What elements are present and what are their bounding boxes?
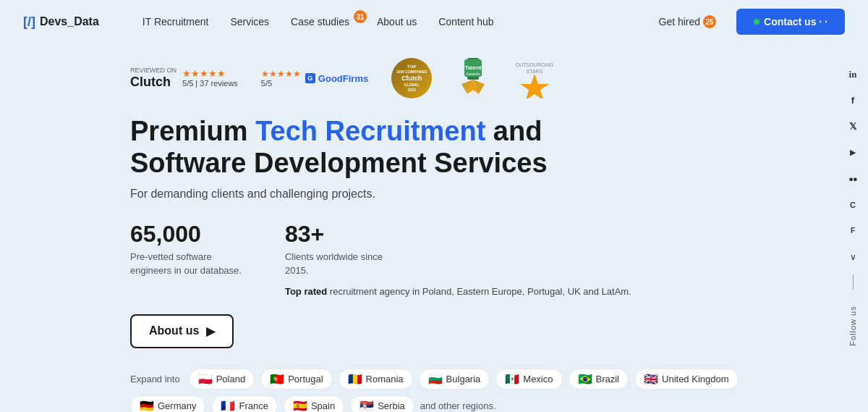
- main-content: REVIEWED ON Clutch ★★★★★ 5/5 | 37 review…: [0, 43, 868, 412]
- case-studies-badge: 31: [354, 10, 367, 23]
- subheadline: For demanding clients and challenging pr…: [130, 188, 810, 201]
- nav-links: IT Recruitment Services Case studies 31 …: [134, 12, 650, 32]
- clutch-score: 5/5 | 37 reviews: [182, 79, 238, 88]
- logo-text: Devs_Data: [40, 15, 99, 28]
- outsourcing-stars-badge: OUTSOURCING STARS: [514, 58, 555, 98]
- logo[interactable]: [/] Devs_Data: [23, 14, 99, 30]
- about-button[interactable]: About us ▶: [130, 314, 234, 348]
- goodfirms-section: ★★★★★ 5/5 G GoodFirms: [261, 69, 368, 88]
- social-divider: [853, 275, 854, 290]
- clutch-stars: ★★★★★: [182, 68, 238, 79]
- main-headline: Premium Tech Recruitment and Software De…: [130, 116, 810, 179]
- bulgaria-flag-icon: 🇧🇬: [428, 372, 443, 386]
- nav-item-case-studies[interactable]: Case studies 31: [282, 12, 364, 32]
- region-poland[interactable]: 🇵🇱 Poland: [189, 369, 255, 390]
- region-mexico[interactable]: 🇲🇽 Mexico: [495, 369, 562, 390]
- clutch-section: REVIEWED ON Clutch ★★★★★ 5/5 | 37 review…: [130, 67, 238, 90]
- expand-label: Expand into: [130, 374, 180, 384]
- svg-text:Talent: Talent: [465, 64, 482, 71]
- nav-right: Get hired 25 Contact us · ·: [650, 9, 846, 35]
- svg-marker-9: [520, 74, 549, 98]
- portugal-flag-icon: 🇵🇹: [270, 372, 284, 386]
- contact-button[interactable]: Contact us · ·: [736, 9, 845, 35]
- brazil-flag-icon: 🇧🇷: [578, 372, 592, 386]
- gf-icon: G: [305, 73, 315, 83]
- follow-us-label: Follow us: [848, 306, 857, 345]
- social-sidebar: in f 𝕏 ▶ ●● C F ∨ Follow us: [838, 55, 868, 357]
- goodfirms-logo: G GoodFirms: [305, 73, 368, 84]
- stat-engineers: 65,000 Pre-vetted software engineers in …: [130, 221, 242, 296]
- other-social-icon[interactable]: ∨: [845, 249, 861, 265]
- clutch-badge: TOP 1000 COMPANIES Clutch GLOBAL 2023: [391, 58, 432, 98]
- get-hired-link[interactable]: Get hired 25: [650, 11, 726, 33]
- region-romania[interactable]: 🇷🇴 Romania: [339, 369, 413, 390]
- region-bulgaria[interactable]: 🇧🇬 Bulgaria: [419, 369, 490, 390]
- region-germany[interactable]: 🇩🇪 Germany: [130, 395, 205, 412]
- mexico-flag-icon: 🇲🇽: [505, 372, 519, 386]
- clutch-social-icon[interactable]: C: [845, 197, 861, 213]
- twitter-x-icon[interactable]: 𝕏: [845, 119, 861, 135]
- nav-item-services[interactable]: Services: [221, 12, 278, 32]
- reviewed-on-label: REVIEWED ON Clutch: [130, 67, 176, 90]
- left-column: REVIEWED ON Clutch ★★★★★ 5/5 | 37 review…: [130, 58, 810, 412]
- about-arrow-icon: ▶: [206, 324, 215, 338]
- linkedin-icon[interactable]: in: [845, 67, 861, 83]
- region-uk[interactable]: 🇬🇧 United Kingdom: [634, 369, 739, 390]
- nav-item-content-hub[interactable]: Content hub: [430, 12, 502, 32]
- svg-text:OUTSOURCING: OUTSOURCING: [516, 62, 554, 67]
- serbia-flag-icon: 🇷🇸: [359, 399, 374, 412]
- gf-score: 5/5: [261, 79, 301, 88]
- headline-blue-text: Tech Recruitment: [255, 116, 485, 146]
- region-spain[interactable]: 🇪🇸 Spain: [284, 395, 344, 412]
- nav-item-about[interactable]: About us: [368, 12, 425, 32]
- stat-engineers-desc: Pre-vetted software engineers in our dat…: [130, 251, 242, 277]
- online-indicator: [754, 19, 760, 25]
- goodfirms-social-icon[interactable]: F: [845, 223, 861, 239]
- stats-section: 65,000 Pre-vetted software engineers in …: [130, 221, 810, 296]
- reviews-bar: REVIEWED ON Clutch ★★★★★ 5/5 | 37 review…: [130, 58, 810, 98]
- region-brazil[interactable]: 🇧🇷 Brazil: [569, 369, 629, 390]
- spain-flag-icon: 🇪🇸: [293, 399, 307, 412]
- romania-flag-icon: 🇷🇴: [348, 372, 362, 386]
- stat-clients: 83+ Clients worldwide since 2015. Top ra…: [285, 221, 631, 296]
- svg-text:Awards: Awards: [466, 72, 480, 76]
- talent-awards-badge: Talent Awards: [455, 58, 491, 98]
- get-hired-badge: 25: [703, 15, 716, 28]
- france-flag-icon: 🇫🇷: [221, 399, 235, 412]
- facebook-icon[interactable]: f: [845, 93, 861, 109]
- uk-flag-icon: 🇬🇧: [644, 372, 658, 386]
- germany-flag-icon: 🇩🇪: [140, 399, 154, 412]
- region-france[interactable]: 🇫🇷 France: [211, 395, 277, 412]
- navbar: [/] Devs_Data IT Recruitment Services Ca…: [0, 0, 868, 43]
- stat-clients-number: 83+: [285, 221, 631, 248]
- youtube-icon[interactable]: ▶: [845, 145, 861, 161]
- poland-flag-icon: 🇵🇱: [198, 372, 213, 386]
- svg-text:STARS: STARS: [527, 69, 543, 74]
- region-portugal[interactable]: 🇵🇹 Portugal: [260, 369, 332, 390]
- stat-engineers-number: 65,000: [130, 221, 242, 248]
- other-regions-text: and other regions.: [420, 400, 496, 411]
- top-rated-text: Top rated recruitment agency in Poland, …: [285, 286, 631, 297]
- medium-icon[interactable]: ●●: [845, 171, 861, 187]
- logo-icon: [/]: [23, 14, 35, 30]
- regions-section: Expand into 🇵🇱 Poland 🇵🇹 Portugal 🇷🇴 Rom…: [130, 369, 810, 412]
- nav-item-it-recruitment[interactable]: IT Recruitment: [134, 12, 218, 32]
- region-serbia[interactable]: 🇷🇸 Serbia: [350, 395, 414, 412]
- stat-clients-desc: Clients worldwide since 2015.: [285, 251, 401, 277]
- gf-stars: ★★★★★: [261, 69, 301, 79]
